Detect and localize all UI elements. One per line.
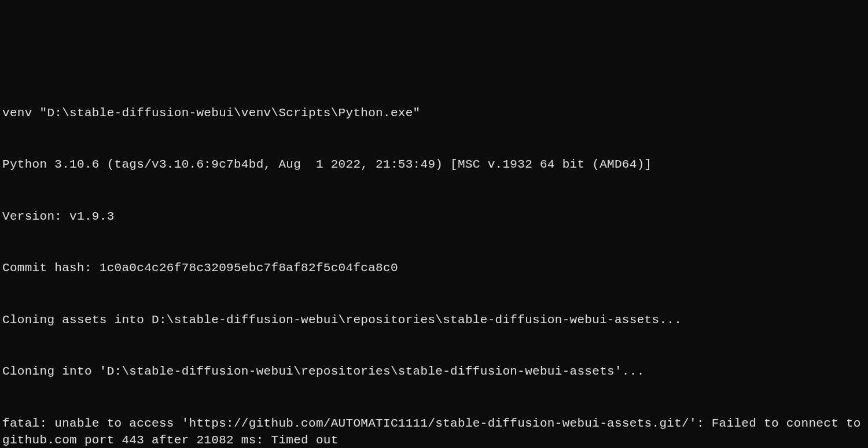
terminal-line: Cloning assets into D:\stable-diffusion-… bbox=[2, 312, 866, 329]
terminal-line: Commit hash: 1c0a0c4c26f78c32095ebc7f8af… bbox=[2, 260, 866, 277]
terminal-line: Version: v1.9.3 bbox=[2, 208, 866, 225]
terminal-line: Python 3.10.6 (tags/v3.10.6:9c7b4bd, Aug… bbox=[2, 156, 866, 173]
terminal-line: fatal: unable to access 'https://github.… bbox=[2, 415, 866, 449]
terminal-output[interactable]: venv "D:\stable-diffusion-webui\venv\Scr… bbox=[0, 69, 868, 448]
terminal-line: venv "D:\stable-diffusion-webui\venv\Scr… bbox=[2, 105, 866, 122]
terminal-line: Cloning into 'D:\stable-diffusion-webui\… bbox=[2, 363, 866, 380]
